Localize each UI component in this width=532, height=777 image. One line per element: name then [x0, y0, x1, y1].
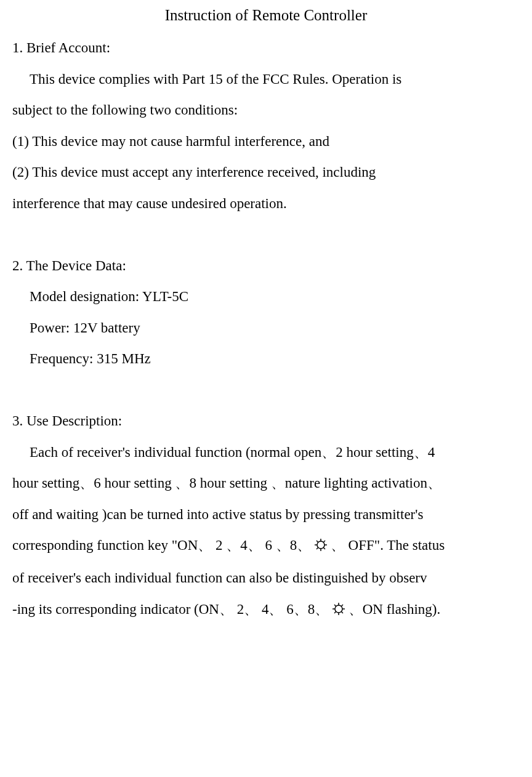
svg-line-8: [324, 541, 326, 542]
svg-line-7: [316, 548, 318, 550]
svg-line-17: [341, 605, 343, 606]
section-3-line-2: hour setting、6 hour setting 、8 hour sett…: [12, 468, 520, 499]
spacer: [12, 220, 520, 251]
device-model: Model designation: YLT-5C: [12, 281, 520, 313]
svg-line-16: [334, 611, 336, 613]
svg-line-5: [316, 541, 318, 542]
sun-icon: [332, 595, 345, 627]
section-1-heading: 1. Brief Account:: [12, 33, 520, 64]
section-3-line-1: Each of receiver's individual function (…: [12, 437, 520, 469]
section-3-line-4a: corresponding function key "ON、 2 、4、 6 …: [12, 537, 315, 553]
section-1-line-2: subject to the following two conditions:: [12, 95, 520, 126]
device-power: Power: 12V battery: [12, 313, 520, 344]
section-3-line-4: corresponding function key "ON、 2 、4、 6 …: [12, 530, 520, 563]
section-1-line-1: This device complies with Part 15 of the…: [12, 64, 520, 95]
section-3-line-4b: 、 OFF". The status: [331, 537, 445, 553]
svg-point-0: [317, 541, 324, 549]
section-1-condition-2a: (2) This device must accept any interfer…: [12, 157, 520, 188]
document-title: Instruction of Remote Controller: [12, 3, 520, 28]
svg-line-14: [334, 605, 336, 606]
svg-point-9: [335, 605, 342, 613]
sun-icon: [315, 531, 327, 563]
section-3-heading: 3. Use Description:: [12, 406, 520, 437]
section-1-condition-1: (1) This device may not cause harmful in…: [12, 126, 520, 158]
svg-line-15: [341, 611, 343, 613]
section-1-condition-2b: interference that may cause undesired op…: [12, 188, 520, 220]
section-3-line-6: -ing its corresponding indicator (ON、 2、…: [12, 594, 520, 627]
section-3-line-3: off and waiting )can be turned into acti…: [12, 499, 520, 531]
device-frequency: Frequency: 315 MHz: [12, 344, 520, 375]
section-3-line-5: of receiver's each individual function c…: [12, 563, 520, 594]
section-3-line-6a: -ing its corresponding indicator (ON、 2、…: [12, 602, 332, 617]
spacer: [12, 375, 520, 406]
svg-line-6: [324, 548, 326, 550]
section-2-heading: 2. The Device Data:: [12, 251, 520, 282]
section-3-line-6b: 、ON flashing).: [349, 602, 440, 617]
